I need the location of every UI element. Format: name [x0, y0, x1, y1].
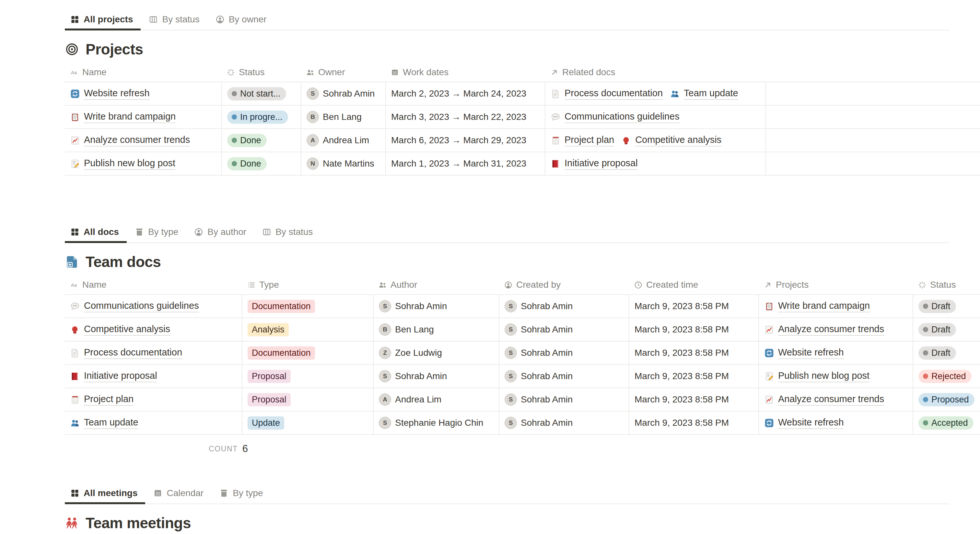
type-tag[interactable]: Proposal — [248, 393, 291, 406]
person-chip[interactable]: SSohrab Amin — [504, 300, 573, 312]
page-link[interactable]: Communications guidelines — [70, 300, 199, 312]
relation-links: Communications guidelines — [550, 111, 679, 123]
page-link[interactable]: Competitive analysis — [621, 135, 721, 146]
column-header-name[interactable]: AaName — [65, 63, 221, 82]
person-chip[interactable]: SSohrab Amin — [307, 87, 375, 100]
column-header-label: Status — [930, 280, 956, 290]
page-link[interactable]: Website refresh — [764, 417, 844, 429]
type-tag[interactable]: Proposal — [248, 370, 291, 383]
person-chip[interactable]: BBen Lang — [379, 323, 434, 336]
person-chip[interactable]: SSohrab Amin — [504, 347, 573, 359]
page-link[interactable]: Process documentation — [70, 347, 182, 359]
board-icon — [262, 227, 272, 237]
column-header-owner[interactable]: Owner — [301, 63, 385, 82]
status-pill[interactable]: Done — [227, 134, 267, 147]
status-pill[interactable]: Accepted — [918, 416, 974, 430]
column-header-created_by[interactable]: Created by — [499, 275, 629, 294]
person-chip[interactable]: SSohrab Amin — [504, 323, 573, 336]
page-link[interactable]: Team update — [670, 88, 738, 100]
type-tag[interactable]: Documentation — [248, 346, 315, 360]
status-pill[interactable]: Draft — [918, 300, 956, 313]
page-link[interactable]: Project plan — [550, 135, 614, 146]
page-link[interactable]: Write brand campaign — [764, 300, 870, 312]
cell-name[interactable]: Communications guidelines — [65, 295, 242, 318]
person-chip[interactable]: SSohrab Amin — [504, 417, 573, 429]
cell-name[interactable]: Website refresh — [65, 82, 221, 105]
page-link[interactable]: Analyze consumer trends — [764, 324, 884, 336]
page-link[interactable]: Analyze consumer trends — [70, 135, 190, 146]
red-book-icon — [70, 371, 80, 381]
tab-by-type[interactable]: By type — [219, 488, 263, 498]
status-pill-label: Done — [240, 135, 261, 146]
page-link[interactable]: Project plan — [70, 394, 134, 406]
person-chip[interactable]: BBen Lang — [307, 111, 362, 123]
table-row: Website refreshNot start...SSohrab AminM… — [65, 82, 980, 106]
status-dot — [232, 138, 237, 143]
column-header-related_docs[interactable]: Related docs — [545, 63, 765, 82]
column-header-label: Projects — [776, 280, 808, 290]
page-link[interactable]: Initiative proposal — [70, 370, 157, 382]
type-tag[interactable]: Documentation — [248, 300, 315, 313]
page-link[interactable]: Initiative proposal — [550, 158, 638, 170]
column-header-projects[interactable]: Projects — [758, 275, 913, 294]
page-link[interactable]: Publish new blog post — [764, 370, 870, 382]
page-link[interactable]: Communications guidelines — [550, 111, 679, 123]
type-tag[interactable]: Analysis — [248, 323, 289, 336]
board-icon — [148, 14, 158, 24]
tab-all-projects[interactable]: All projects — [70, 14, 133, 25]
tab-calendar[interactable]: Calendar — [153, 488, 204, 498]
status-pill[interactable]: Not start... — [227, 87, 286, 100]
page-link[interactable]: Competitive analysis — [70, 324, 170, 336]
tab-all-meetings[interactable]: All meetings — [70, 488, 137, 498]
status-pill[interactable]: In progre... — [227, 111, 288, 124]
cell-name[interactable]: Publish new blog post — [65, 152, 221, 175]
tab-by-author[interactable]: By author — [194, 227, 246, 237]
status-pill[interactable]: Done — [227, 157, 267, 170]
person-chip[interactable]: SSohrab Amin — [379, 300, 447, 312]
column-header-status[interactable]: Status — [221, 63, 301, 82]
tab-by-type[interactable]: By type — [135, 227, 178, 237]
tab-all-docs[interactable]: All docs — [70, 227, 119, 237]
column-header-name[interactable]: AaName — [65, 275, 242, 294]
cell-name[interactable]: Competitive analysis — [65, 318, 242, 341]
person-chip[interactable]: SStephanie Hagio Chin — [379, 417, 483, 429]
cell-name[interactable]: Project plan — [65, 388, 242, 411]
page-link[interactable]: Website refresh — [70, 88, 150, 100]
tab-by-status[interactable]: By status — [262, 227, 313, 237]
status-pill[interactable]: Proposed — [918, 393, 975, 406]
column-header-work_dates[interactable]: Work dates — [385, 63, 545, 82]
person-chip[interactable]: SSohrab Amin — [504, 370, 573, 382]
page-link[interactable]: Write brand campaign — [70, 111, 176, 123]
column-header-author[interactable]: Author — [373, 275, 499, 294]
person-name: Andrea Lim — [323, 135, 369, 146]
person-chip[interactable]: AAndrea Lim — [379, 393, 441, 406]
column-header-created_time[interactable]: Created time — [629, 275, 758, 294]
page-link[interactable]: Analyze consumer trends — [764, 394, 884, 406]
person-chip[interactable]: NNate Martins — [307, 157, 374, 170]
person-chip[interactable]: SSohrab Amin — [379, 370, 447, 382]
person-name: Zoe Ludwig — [395, 348, 442, 358]
cell-name[interactable]: Initiative proposal — [65, 365, 242, 388]
cell-name[interactable]: Team update — [65, 412, 242, 434]
page-link-text: Analyze consumer trends — [84, 135, 190, 146]
type-tag[interactable]: Update — [248, 416, 284, 430]
cell-name[interactable]: Analyze consumer trends — [65, 129, 221, 152]
person-chip[interactable]: ZZoe Ludwig — [379, 347, 442, 359]
tab-by-status[interactable]: By status — [148, 14, 199, 25]
tab-by-owner[interactable]: By owner — [215, 14, 267, 25]
status-pill[interactable]: Draft — [918, 323, 956, 336]
cell-name[interactable]: Process documentation — [65, 342, 242, 364]
person-chip[interactable]: AAndrea Lim — [307, 134, 369, 146]
column-header-type[interactable]: Type — [242, 275, 373, 294]
page-link[interactable]: Publish new blog post — [70, 158, 175, 170]
status-pill[interactable]: Rejected — [918, 370, 972, 383]
cell-name[interactable]: Write brand campaign — [65, 106, 221, 128]
relation-links: Website refresh — [764, 347, 844, 359]
status-pill[interactable]: Draft — [918, 346, 956, 360]
page-link[interactable]: Team update — [70, 417, 138, 429]
column-header-status[interactable]: Status — [913, 275, 980, 294]
page-link[interactable]: Process documentation — [550, 88, 663, 100]
page-link[interactable]: Website refresh — [764, 347, 844, 359]
cell-created_by: SSohrab Amin — [499, 412, 629, 434]
person-chip[interactable]: SSohrab Amin — [504, 393, 573, 406]
